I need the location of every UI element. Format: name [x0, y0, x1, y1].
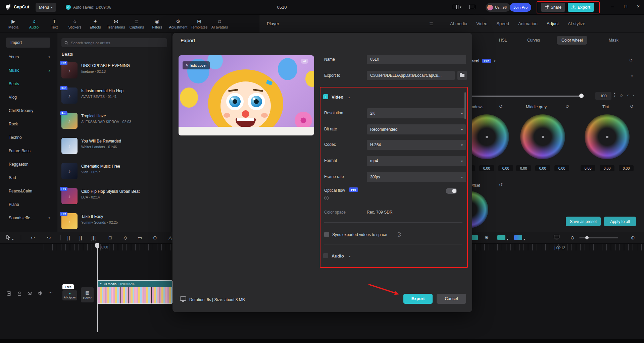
minimize-button[interactable]: – [608, 4, 616, 9]
chevron-down-icon[interactable]: ▾ [12, 236, 14, 242]
music-track[interactable]: ♪Pro Club Hip Hop Stylish Urban BeatLCA … [57, 185, 171, 210]
chevron-down-icon[interactable]: ▾ [524, 236, 525, 242]
intensity-slider[interactable] [453, 96, 584, 97]
track-tool-icon[interactable] [514, 235, 522, 240]
zoom-in-icon[interactable]: ⊕ [631, 235, 635, 241]
delete-icon[interactable]: □ [109, 235, 111, 241]
sidebar-item-peace-calm[interactable]: Peace&Calm [0, 184, 57, 198]
split-both-icon[interactable]: ]|[ [91, 235, 96, 241]
sidebar-item-sad[interactable]: Sad [0, 171, 57, 184]
tab-ai-media[interactable]: AI media [450, 21, 467, 26]
tab-animation[interactable]: Animation [518, 21, 538, 26]
sidebar-item-future-bass[interactable]: Future Bass [0, 144, 57, 158]
zoom-out-icon[interactable]: ⊖ [571, 235, 575, 241]
pointer-tool[interactable] [6, 235, 10, 241]
tool-templates[interactable]: ⊞Templates [190, 18, 208, 29]
cancel-button[interactable]: Cancel [437, 294, 466, 304]
fit-screen-icon[interactable] [554, 235, 559, 241]
split-right-icon[interactable]: ][ [79, 235, 83, 241]
reset-icon[interactable]: ↺ [499, 182, 503, 187]
playhead-handle[interactable] [95, 243, 99, 248]
name-input[interactable] [367, 55, 466, 64]
color-wheel-tint[interactable] [585, 114, 630, 159]
export-confirm-button[interactable]: Export [403, 294, 433, 304]
tool-stickers[interactable]: ☆Stickers [66, 18, 84, 29]
split-left-icon[interactable]: ][ [67, 235, 70, 241]
value-stepper[interactable]: ▲▼ [613, 92, 616, 98]
mute-icon[interactable] [38, 291, 42, 296]
reset-icon[interactable]: ↺ [629, 58, 633, 63]
video-clip[interactable]: ✦ AI media 00:00:05:02 [97, 280, 172, 304]
export-path-input[interactable] [367, 71, 455, 80]
sidebar-item-yours[interactable]: Yours▾ [0, 50, 57, 64]
edit-cover-button[interactable]: ✎ Edit cover [183, 61, 210, 69]
sidebar-item-piano[interactable]: Piano [0, 198, 57, 211]
tool-effects[interactable]: ✦Effects [87, 18, 104, 29]
save-preset-button[interactable]: Save as preset [566, 217, 601, 226]
prev-keyframe-icon[interactable]: ‹ [627, 93, 629, 98]
next-keyframe-icon[interactable]: › [633, 93, 634, 98]
join-pro-button[interactable]: Join Pro [510, 3, 531, 12]
sidebar-item-vlog[interactable]: Vlog [0, 91, 57, 104]
tool-adjustment[interactable]: ⚙Adjustment [169, 18, 187, 29]
close-button[interactable]: × [634, 4, 642, 9]
overlap-icon[interactable]: ▭ [138, 235, 142, 241]
tab-adjust[interactable]: Adjust [547, 21, 559, 26]
tool-media[interactable]: ▶Media [5, 18, 22, 29]
search-input[interactable] [71, 41, 164, 45]
subtab-curves[interactable]: Curves [527, 38, 540, 43]
intensity-value[interactable]: 100 [595, 92, 611, 100]
reset-icon[interactable]: ↺ [499, 104, 503, 109]
playhead[interactable] [97, 244, 98, 332]
reset-icon[interactable]: ↺ [630, 104, 634, 109]
music-track[interactable]: ♪Pro Is Instrumental Hip-HopAVANT-BEATS … [57, 84, 171, 109]
zoom-slider-handle[interactable] [585, 236, 589, 239]
speed-ramp-icon[interactable]: △ [168, 235, 172, 241]
layout-toggle-button[interactable]: ▾ [453, 5, 461, 9]
browse-folder-button[interactable] [457, 71, 467, 80]
apply-to-all-button[interactable]: Apply to all [604, 217, 636, 226]
tool-captions[interactable]: ≣Captions [128, 18, 145, 29]
sidebar-item-sound-effects[interactable]: Sounds effe...▾ [0, 211, 57, 225]
sidebar-item-techno[interactable]: Techno [0, 131, 57, 144]
redo-icon[interactable]: ↪ [47, 235, 51, 241]
slider-handle[interactable] [579, 94, 584, 98]
tab-video[interactable]: Video [476, 21, 487, 26]
tool-text[interactable]: TText [46, 18, 63, 29]
keyframe-diamond-icon[interactable]: ◇ [620, 93, 623, 98]
player-menu-icon[interactable]: ≣ [429, 20, 433, 26]
chevron-down-icon[interactable]: ▾ [631, 74, 633, 78]
ai-clipper-chip[interactable]: Free ✦AI clipper [62, 284, 79, 300]
music-track[interactable]: ♪Pro Tropical HazeALEKSANDAR KIPROV · 02… [57, 109, 171, 134]
chevron-down-icon[interactable]: ▾ [507, 236, 508, 242]
marker-icon[interactable] [497, 235, 505, 240]
sidebar-item-rock[interactable]: Rock [0, 117, 57, 131]
tab-ai-stylize[interactable]: AI stylize [568, 21, 585, 26]
music-track[interactable]: ♪Pro UNSTOPPABLE EVENINGfinetune · 02:13 [57, 59, 171, 84]
undo-icon[interactable]: ↩ [31, 235, 35, 241]
ai-tool-icon[interactable]: ✳ [485, 235, 489, 241]
reset-icon[interactable]: ↺ [565, 104, 569, 109]
more-icon[interactable]: ⋯ [48, 290, 53, 295]
mask-icon[interactable]: ◇ [123, 235, 127, 241]
track-main-icon[interactable] [7, 291, 11, 297]
tool-ai-avatars[interactable]: ☺AI avatars [211, 18, 228, 29]
music-track[interactable]: ♪ Cinematic Music FreeVian · 00:57 [57, 160, 171, 185]
tool-audio[interactable]: ♫Audio [25, 18, 43, 29]
lock-icon[interactable] [17, 291, 21, 297]
sidebar-item-chill-dreamy[interactable]: Chill&Dreamy [0, 104, 57, 117]
color-wheel-middle-grey[interactable] [520, 114, 565, 159]
music-track[interactable]: ♪ You Will Be RewardedWalter Landors · 0… [57, 134, 171, 160]
menu-button[interactable]: Menu▾ [36, 3, 56, 12]
tab-speed[interactable]: Speed [496, 21, 509, 26]
sidebar-item-beats[interactable]: Beats [0, 77, 57, 91]
tool-transitions[interactable]: ⋈Transitions [107, 18, 125, 29]
preview-play-icon[interactable]: ⊙ [153, 235, 157, 241]
sidebar-item-reggaeton[interactable]: Reggaeton [0, 158, 57, 171]
search-box[interactable] [61, 38, 167, 47]
sidebar-item-music[interactable]: Music▴ [0, 64, 57, 77]
subtab-mask[interactable]: Mask [609, 38, 618, 43]
subtab-color-wheel[interactable]: Color wheel [557, 36, 587, 45]
user-badge[interactable]: Us...96 [486, 3, 510, 12]
subtab-hsl[interactable]: HSL [499, 38, 507, 43]
